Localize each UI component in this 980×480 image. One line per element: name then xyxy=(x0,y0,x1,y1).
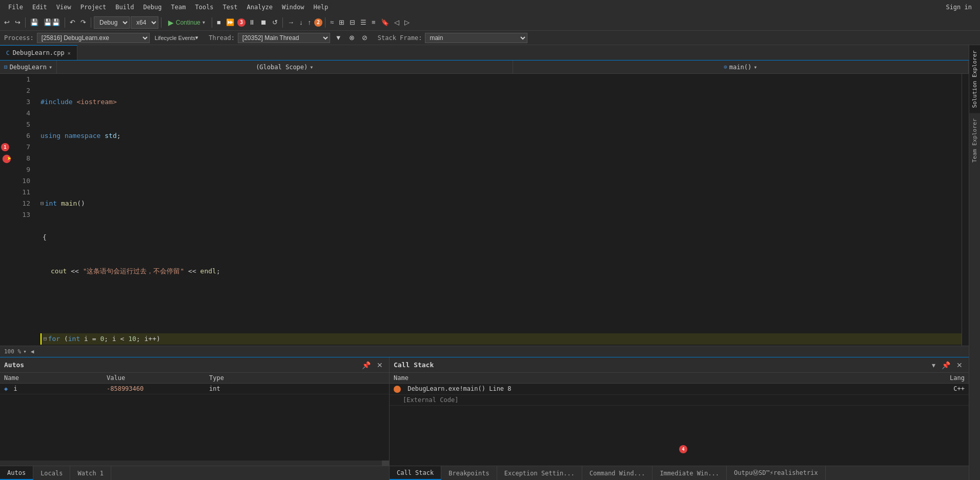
redo-button[interactable]: ↷ xyxy=(78,17,88,28)
toolbar-misc2[interactable]: ⊞ xyxy=(337,17,346,28)
editor-scroll-gutter[interactable] xyxy=(962,74,969,346)
menu-file[interactable]: File xyxy=(4,2,27,12)
platform-dropdown[interactable]: x64 xyxy=(131,16,158,29)
pause-button[interactable]: ⏸ xyxy=(247,17,257,28)
right-sidebar: Solution Explorer Team Explorer xyxy=(969,45,980,480)
ptab-callstack[interactable]: Call Stack xyxy=(390,466,441,480)
cs-row-external[interactable]: [External Code] xyxy=(390,394,969,405)
filter-btn[interactable]: ▼ xyxy=(333,32,344,43)
gutter-3 xyxy=(0,96,13,108)
step-out[interactable]: ↑ xyxy=(305,17,313,28)
linenum-13: 13 xyxy=(17,209,32,221)
menu-debug[interactable]: Debug xyxy=(139,2,166,12)
code-line-1: #include <iostream> xyxy=(40,96,962,108)
ptab-watch1[interactable]: Watch 1 xyxy=(70,466,111,480)
callstack-pin-btn[interactable]: 📌 xyxy=(940,361,952,370)
var-icon: ◈ xyxy=(4,385,8,392)
main-area: C DebugLearn.cpp ✕ ⊡ DebugLearn ▾ (Globa… xyxy=(0,45,980,480)
toolbar-misc3[interactable]: ⊟ xyxy=(348,17,357,28)
menu-tools[interactable]: Tools xyxy=(191,2,217,12)
menu-edit[interactable]: Edit xyxy=(28,2,51,12)
forward-button[interactable]: ↪ xyxy=(13,17,23,28)
scope-function[interactable]: ⊙ main() ▾ xyxy=(513,61,969,73)
autos-value-i: -858993460 xyxy=(103,384,205,394)
gutter-4 xyxy=(0,108,13,119)
token-brace-open: { xyxy=(40,232,47,243)
autos-title: Autos xyxy=(4,361,24,369)
menu-help[interactable]: Help xyxy=(309,2,332,12)
callstack-dropdown-btn[interactable]: ▾ xyxy=(930,361,937,370)
stackframe-dropdown[interactable]: main xyxy=(425,33,527,43)
menu-team[interactable]: Team xyxy=(167,2,190,12)
ptab-output[interactable]: OutpuⓂSD™⚡realishetrix xyxy=(727,466,826,480)
collapse-icon-4[interactable]: ⊟ xyxy=(40,198,44,209)
menu-test[interactable]: Test xyxy=(219,2,242,12)
continue-button[interactable]: ▶ Continue ▾ xyxy=(164,17,209,28)
gutter-11 xyxy=(0,187,13,198)
autos-row-i[interactable]: ◈ i -858993460 int xyxy=(0,384,389,394)
cs-col-lang: Lang xyxy=(938,373,969,384)
editor-tab[interactable]: C DebugLearn.cpp ✕ xyxy=(0,45,77,60)
toolbar-btn2[interactable]: ⏩ xyxy=(224,17,236,28)
play-icon: ▶ xyxy=(168,18,174,27)
scope-global[interactable]: (Global Scope) ▾ xyxy=(57,61,513,73)
linenum-7: 7 xyxy=(17,142,32,153)
zoom-dropdown[interactable]: ▾ xyxy=(23,348,27,355)
menu-view[interactable]: View xyxy=(52,2,75,12)
toolbar-misc5[interactable]: ≡ xyxy=(370,17,378,28)
cs-row-main[interactable]: DebugLearn.exe!main() Line 8 C++ xyxy=(390,384,969,395)
ptab-breakpoints[interactable]: Breakpoints xyxy=(441,466,497,480)
save-button[interactable]: 💾 xyxy=(28,17,40,28)
ptab-locals[interactable]: Locals xyxy=(33,466,70,480)
toolbar-misc6[interactable]: ◁ xyxy=(392,17,401,28)
menu-analyze[interactable]: Analyze xyxy=(242,2,277,12)
linenum-2: 2 xyxy=(17,85,32,96)
menu-build[interactable]: Build xyxy=(111,2,138,12)
autos-close-btn[interactable]: ✕ xyxy=(375,361,385,370)
code-editor[interactable]: 1 ⬤ ➤ 1 2 3 4 5 6 xyxy=(0,74,969,346)
ptab-autos[interactable]: Autos xyxy=(0,466,33,480)
token-include: #include xyxy=(40,96,73,108)
gutter-8: ⬤ ➤ xyxy=(0,153,13,164)
sign-in-button[interactable]: Sign in xyxy=(942,3,976,12)
ptab-immediate[interactable]: Immediate Win... xyxy=(652,466,727,480)
toolbar-misc1[interactable]: ≈ xyxy=(328,17,336,28)
save-all-button[interactable]: 💾💾 xyxy=(42,17,62,28)
code-content[interactable]: #include <iostream> using namespace std;… xyxy=(36,74,962,346)
toolbar-btn1[interactable]: ■ xyxy=(215,17,223,28)
filter-btn2[interactable]: ⊗ xyxy=(347,32,357,43)
bookmark-button[interactable]: 🔖 xyxy=(379,17,391,28)
horizontal-scroll-left[interactable]: ◀ xyxy=(31,348,34,355)
menu-project[interactable]: Project xyxy=(76,2,111,12)
toolbar-misc4[interactable]: ☰ xyxy=(358,17,369,28)
thread-dropdown[interactable]: [20352] Main Thread xyxy=(238,33,330,43)
callstack-close-btn[interactable]: ✕ xyxy=(954,361,965,370)
scope-project[interactable]: ⊡ DebugLearn ▾ xyxy=(0,61,57,73)
lifecycle-btn[interactable]: Lifecycle Events ▾ xyxy=(153,33,200,43)
ptab-exception[interactable]: Exception Settin... xyxy=(497,466,582,480)
step-into[interactable]: ↓ xyxy=(297,17,305,28)
ptab-command[interactable]: Command Wind... xyxy=(582,466,652,480)
collapse-icon-8[interactable]: ⊟ xyxy=(42,333,47,345)
toolbar-misc7[interactable]: ▷ xyxy=(402,17,412,28)
undo-button[interactable]: ↶ xyxy=(68,17,77,28)
sep6 xyxy=(282,17,283,28)
sep4 xyxy=(161,17,161,28)
sidebar-tab-solution[interactable]: Solution Explorer xyxy=(969,45,980,113)
back-button[interactable]: ↩ xyxy=(2,17,12,28)
code-line-4: ⊟int main() xyxy=(40,198,962,209)
linenum-3: 3 xyxy=(17,96,32,108)
token-semi: ; xyxy=(117,130,121,142)
menu-window[interactable]: Window xyxy=(278,2,308,12)
restart-button[interactable]: ↺ xyxy=(270,17,280,28)
process-dropdown[interactable]: [25816] DebugLearn.exe xyxy=(37,33,150,43)
function-icon: ⊙ xyxy=(724,64,727,70)
sidebar-tab-team[interactable]: Team Explorer xyxy=(969,113,980,168)
filter-btn3[interactable]: ⊘ xyxy=(360,32,370,43)
stop-button[interactable]: ⏹ xyxy=(258,17,269,28)
step-over[interactable]: → xyxy=(285,17,296,28)
tab-close-btn[interactable]: ✕ xyxy=(68,50,71,56)
autos-scrollbar[interactable] xyxy=(382,461,389,466)
autos-pin-btn[interactable]: 📌 xyxy=(360,361,373,370)
debug-config-dropdown[interactable]: Debug xyxy=(94,16,130,29)
